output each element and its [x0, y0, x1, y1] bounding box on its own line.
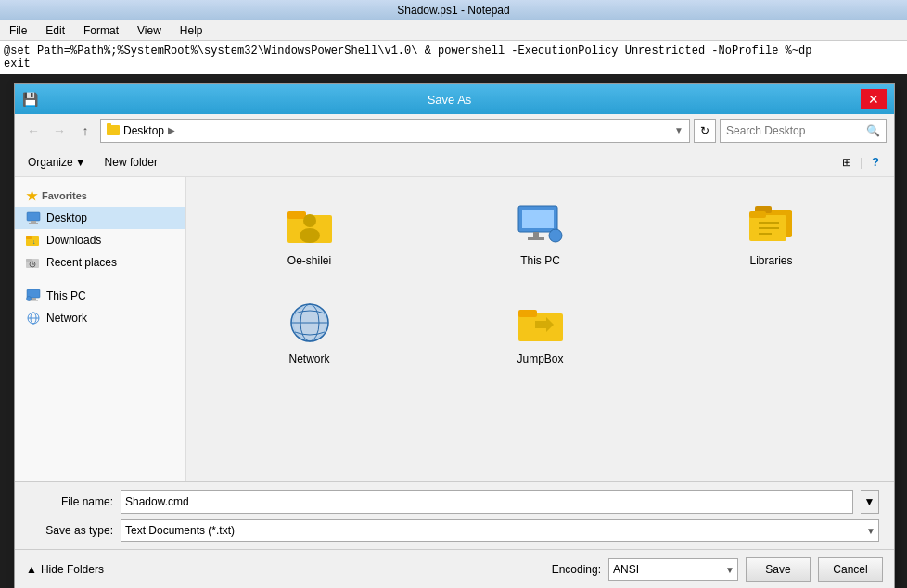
savetype-row: Save as type: Text Documents (*.txt) ▼	[30, 519, 879, 542]
desktop-icon	[26, 211, 41, 225]
menu-help[interactable]: Help	[174, 22, 209, 39]
network-sidebar-icon	[26, 311, 41, 326]
search-input[interactable]	[726, 124, 866, 137]
hide-folders-button[interactable]: ▲ Hide Folders	[26, 563, 104, 576]
search-bar: 🔍	[720, 119, 887, 143]
view-toggle-button[interactable]: ⊞	[836, 151, 858, 173]
dialog-title-icon: 💾	[22, 92, 38, 107]
address-chevron-icon: ▶	[168, 125, 175, 135]
libraries-label: Libraries	[749, 254, 792, 267]
svg-rect-40	[518, 310, 537, 317]
file-item-oe-shilei[interactable]: Oe-shilei	[201, 192, 417, 275]
sidebar-item-desktop[interactable]: Desktop	[15, 207, 185, 229]
sidebar-item-network[interactable]: Network	[15, 307, 185, 329]
up-button[interactable]: ↑	[74, 120, 96, 142]
savetype-select[interactable]: Text Documents (*.txt)	[121, 519, 879, 542]
sidebar-item-recent[interactable]: Recent places	[15, 251, 185, 274]
sidebar-item-downloads[interactable]: ↓ Downloads	[15, 229, 185, 251]
dialog-actions-bar: Organize ▼ New folder ⊞ | ?	[15, 147, 894, 177]
organize-chevron-icon: ▼	[75, 156, 86, 169]
dialog-body: ★ Favorites Desktop	[15, 177, 894, 481]
network-label: Network	[288, 352, 329, 365]
svg-point-26	[549, 229, 562, 242]
sidebar-item-thispc[interactable]: This PC	[15, 285, 185, 307]
organize-button[interactable]: Organize ▼	[22, 152, 92, 173]
save-button[interactable]: Save	[746, 557, 811, 582]
notepad-window: Shadow.ps1 - Notepad File Edit Format Vi…	[0, 0, 907, 588]
encoding-select-wrapper: ANSI UTF-8 Unicode ▼	[608, 558, 738, 581]
sidebar-item-network-label: Network	[46, 312, 87, 325]
recent-places-icon	[26, 255, 41, 270]
svg-rect-23	[522, 210, 554, 228]
svg-point-20	[303, 214, 316, 227]
filename-input[interactable]	[121, 490, 853, 514]
svg-rect-25	[528, 237, 544, 240]
encoding-select[interactable]: ANSI UTF-8 Unicode	[608, 558, 738, 581]
sidebar-item-thispc-label: This PC	[46, 289, 86, 302]
address-folder-icon	[107, 125, 120, 135]
filename-row: File name: ▼	[30, 490, 879, 514]
star-icon: ★	[26, 188, 38, 203]
svg-rect-1	[31, 221, 36, 223]
refresh-button[interactable]: ↻	[694, 119, 716, 143]
svg-rect-2	[29, 223, 38, 224]
view-buttons: ⊞ | ?	[836, 151, 887, 173]
svg-rect-30	[749, 211, 766, 218]
hide-folders-arrow-icon: ▲	[26, 563, 37, 576]
file-item-jumpbox[interactable]: JumpBox	[432, 290, 648, 374]
filename-label: File name:	[30, 495, 113, 508]
dialog-title: Save As	[38, 93, 861, 107]
oe-shilei-icon	[282, 200, 338, 249]
close-button[interactable]: ✕	[861, 89, 887, 109]
svg-rect-24	[533, 232, 539, 237]
svg-point-14	[27, 297, 32, 301]
cancel-button[interactable]: Cancel	[818, 557, 883, 582]
filename-dropdown-btn[interactable]: ▼	[861, 490, 879, 514]
notepad-content[interactable]: @set Path=%Path%;%SystemRoot%\system32\W…	[0, 41, 907, 74]
search-icon: 🔍	[866, 124, 880, 137]
address-bar: Desktop ▶ ▼	[100, 119, 690, 143]
svg-rect-7	[26, 259, 32, 262]
downloads-folder-icon: ↓	[26, 233, 41, 248]
encoding-label: Encoding:	[552, 563, 601, 576]
svg-rect-19	[287, 211, 306, 219]
svg-text:↓: ↓	[32, 238, 36, 245]
hide-folders-label: Hide Folders	[41, 563, 104, 576]
svg-rect-4	[26, 236, 32, 239]
content-area: Oe-shilei	[186, 177, 894, 481]
savetype-select-wrapper: Text Documents (*.txt) ▼	[121, 519, 879, 542]
help-button[interactable]: ?	[864, 151, 887, 173]
address-dropdown-icon[interactable]: ▼	[674, 125, 683, 135]
network-icon	[282, 299, 338, 347]
file-item-network[interactable]: Network	[201, 290, 417, 374]
menu-file[interactable]: File	[4, 22, 32, 39]
thispc-label: This PC	[520, 254, 560, 267]
sidebar-item-downloads-label: Downloads	[46, 234, 101, 247]
file-item-thispc[interactable]: This PC	[432, 192, 648, 275]
svg-rect-0	[27, 212, 40, 221]
menu-view[interactable]: View	[132, 22, 167, 39]
thispc-icon	[513, 200, 568, 249]
view-separator: |	[860, 156, 862, 169]
notepad-text: @set Path=%Path%;%SystemRoot%\system32\W…	[4, 45, 903, 70]
dialog-form-area: File name: ▼ Save as type: Text Document…	[15, 481, 894, 549]
svg-rect-12	[31, 298, 36, 300]
organize-label: Organize	[28, 156, 73, 169]
address-folder-name: Desktop	[123, 124, 164, 137]
jumpbox-icon	[513, 299, 568, 347]
menu-edit[interactable]: Edit	[40, 22, 70, 39]
forward-button[interactable]: →	[48, 120, 70, 142]
file-item-libraries[interactable]: Libraries	[663, 192, 879, 275]
back-button[interactable]: ←	[22, 120, 45, 142]
notepad-title: Shadow.ps1 - Notepad	[397, 4, 509, 17]
sidebar: ★ Favorites Desktop	[15, 177, 186, 481]
savetype-label: Save as type:	[30, 524, 113, 537]
new-folder-button[interactable]: New folder	[99, 152, 163, 173]
notepad-menubar: File Edit Format View Help	[0, 20, 907, 41]
oe-shilei-label: Oe-shilei	[287, 254, 331, 267]
dialog-footer: ▲ Hide Folders Encoding: ANSI UTF-8 Unic…	[15, 549, 894, 588]
footer-right: Encoding: ANSI UTF-8 Unicode ▼ Save Canc…	[552, 557, 883, 582]
jumpbox-label: JumpBox	[517, 352, 563, 365]
menu-format[interactable]: Format	[78, 22, 124, 39]
dialog-toolbar: ← → ↑ Desktop ▶ ▼ ↻ 🔍	[15, 114, 894, 147]
